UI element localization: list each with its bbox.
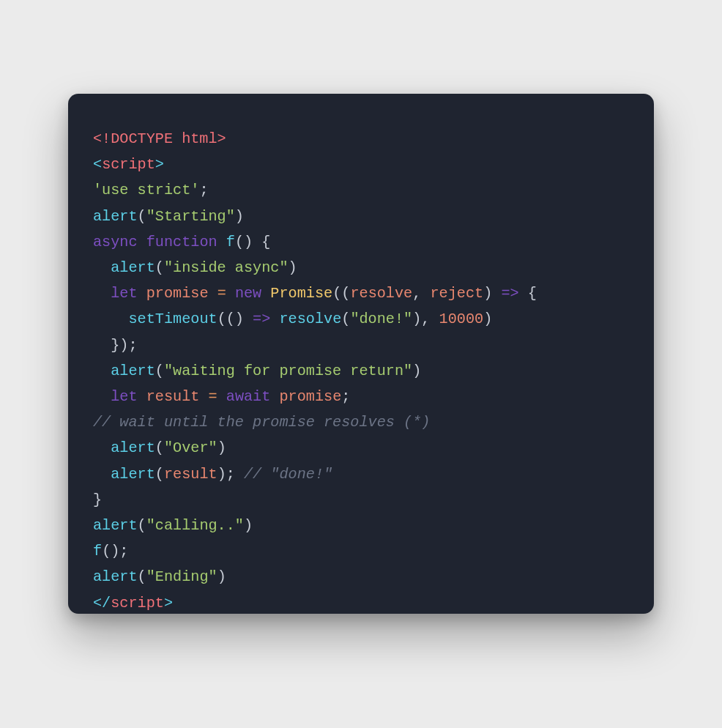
code-token <box>138 388 146 405</box>
code-token <box>93 439 111 456</box>
code-token: alert <box>93 517 138 534</box>
code-token: </ <box>93 595 111 612</box>
code-token: 10000 <box>439 311 484 327</box>
code-token <box>138 285 146 302</box>
code-token: > <box>155 156 164 173</box>
code-token: alert <box>93 208 138 225</box>
code-token <box>217 234 226 250</box>
code-token <box>93 259 111 276</box>
code-token <box>199 388 208 405</box>
code-token: "Ending" <box>146 568 217 585</box>
code-token: alert <box>93 568 138 585</box>
code-token <box>226 285 235 302</box>
code-token: let <box>111 285 137 302</box>
code-token: "done!" <box>350 311 412 327</box>
code-token: // wait until the promise resolves (*) <box>93 414 430 431</box>
code-token: Promise <box>270 285 332 302</box>
code-token <box>209 285 217 302</box>
code-token: ( <box>138 568 146 585</box>
code-token: script <box>111 595 164 612</box>
code-token: new <box>235 285 261 302</box>
code-token: resolve <box>350 285 412 302</box>
code-token: promise <box>146 285 209 302</box>
code-token: ) <box>483 311 492 327</box>
code-token <box>138 234 146 250</box>
code-token: 'use strict' <box>93 182 199 198</box>
code-token <box>261 285 270 302</box>
code-line: async function f() { <box>93 234 270 250</box>
code-token: <!DOCTYPE html> <box>93 130 226 147</box>
code-token: }); <box>93 337 138 354</box>
code-token: () { <box>235 234 270 250</box>
code-token: = <box>217 285 226 302</box>
code-token: f <box>226 234 235 250</box>
code-token: let <box>111 388 137 405</box>
code-line: f(); <box>93 543 128 560</box>
code-line: let result = await promise; <box>93 388 350 405</box>
code-token: ( <box>155 259 164 276</box>
code-token: ; <box>341 388 350 405</box>
code-line: alert("Starting") <box>93 208 244 225</box>
code-token: ) <box>412 363 421 379</box>
code-token: ) <box>289 259 297 276</box>
code-line: let promise = new Promise((resolve, reje… <box>93 285 537 302</box>
code-token: f <box>93 543 102 560</box>
code-line: alert("Ending") <box>93 568 226 585</box>
code-card: <!DOCTYPE html> <script> 'use strict'; a… <box>68 94 654 614</box>
code-token <box>270 388 279 405</box>
code-token: ); <box>217 466 244 483</box>
code-token: "calling.." <box>146 517 244 534</box>
code-token: result <box>164 466 217 483</box>
code-token: alert <box>111 466 155 483</box>
code-token: "waiting for promise return" <box>164 363 412 379</box>
code-token <box>93 388 111 405</box>
code-line: 'use strict'; <box>93 182 209 198</box>
code-token: // "done!" <box>244 466 332 483</box>
code-token: (); <box>102 543 128 560</box>
code-token: ( <box>138 208 146 225</box>
code-token: < <box>93 156 102 173</box>
code-token: promise <box>279 388 341 405</box>
code-token: ( <box>155 466 164 483</box>
code-line: setTimeout(() => resolve("done!"), 10000… <box>93 311 492 327</box>
code-token: alert <box>111 259 155 276</box>
code-token: ) <box>483 285 501 302</box>
code-token: ( <box>341 311 350 327</box>
code-token: => <box>253 311 270 327</box>
code-token: "Starting" <box>146 208 235 225</box>
code-token: ( <box>155 439 164 456</box>
code-token: alert <box>111 439 155 456</box>
code-token: await <box>226 388 271 405</box>
code-token: } <box>93 491 102 508</box>
code-token: ) <box>244 517 253 534</box>
code-token: ) <box>217 439 226 456</box>
code-token: async <box>93 234 138 250</box>
code-line: alert("Over") <box>93 439 226 456</box>
code-token <box>93 311 128 327</box>
code-token <box>270 311 279 327</box>
code-token: "inside async" <box>164 259 289 276</box>
code-token: result <box>146 388 200 405</box>
code-token: alert <box>111 363 155 379</box>
code-block[interactable]: <!DOCTYPE html> <script> 'use strict'; a… <box>93 126 629 616</box>
code-token: (() <box>217 311 253 327</box>
code-token: = <box>209 388 217 405</box>
code-token: "Over" <box>164 439 217 456</box>
code-token: ; <box>199 182 208 198</box>
code-line: alert("inside async") <box>93 259 297 276</box>
code-token: function <box>146 234 217 250</box>
code-token: ), <box>412 311 439 327</box>
code-token: resolve <box>279 311 341 327</box>
code-line: alert("calling..") <box>93 517 253 534</box>
code-token: script <box>102 156 155 173</box>
code-token: { <box>519 285 537 302</box>
code-token <box>93 285 111 302</box>
code-line: alert(result); // "done!" <box>93 466 332 483</box>
code-token: > <box>164 595 173 612</box>
code-line: // wait until the promise resolves (*) <box>93 414 430 431</box>
code-token <box>217 388 226 405</box>
code-line: }); <box>93 337 138 354</box>
code-token <box>93 466 111 483</box>
code-token: ) <box>217 568 226 585</box>
code-token: reject <box>430 285 483 302</box>
